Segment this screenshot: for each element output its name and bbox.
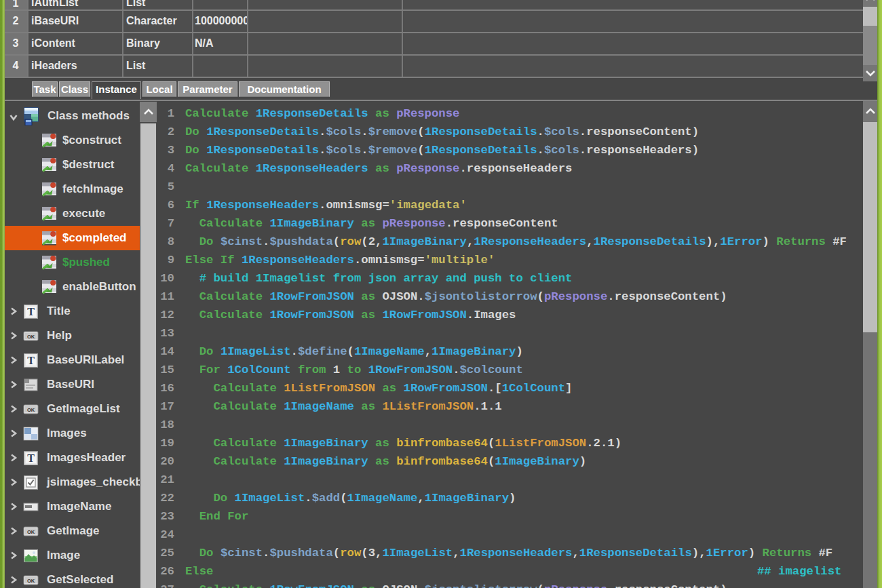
svg-text:OK: OK: [27, 578, 35, 584]
svg-text:T: T: [27, 452, 35, 464]
svg-text:T: T: [27, 355, 35, 366]
svg-text:OK: OK: [27, 334, 35, 340]
svg-text:T: T: [27, 306, 35, 317]
svg-text:OK: OK: [27, 529, 35, 535]
svg-text:OK: OK: [27, 407, 35, 413]
